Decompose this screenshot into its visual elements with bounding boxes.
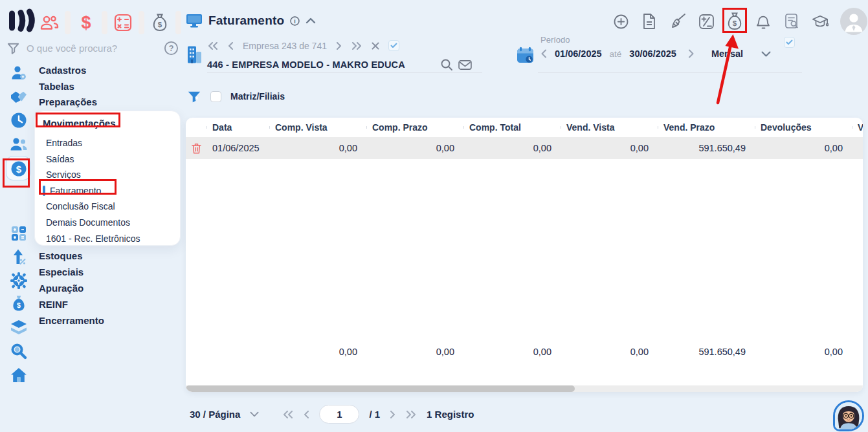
column-header-comp-vista[interactable]: Comp. Vista — [269, 122, 366, 133]
column-header-devolucoes[interactable]: Devoluções — [755, 122, 852, 133]
first-page-icon[interactable] — [282, 411, 293, 418]
people-group-icon[interactable] — [9, 135, 28, 154]
column-header-comp-total[interactable]: Comp. Total — [463, 122, 561, 133]
scrollbar-thumb[interactable] — [186, 385, 575, 392]
sidebar-item-reinf[interactable]: REINF — [39, 296, 104, 312]
submenu-item-demais-documentos[interactable]: Demais Documentos — [43, 215, 180, 231]
prev-page-icon[interactable] — [303, 411, 309, 418]
calculator-icon[interactable] — [110, 10, 136, 36]
period-mode-chevron-down-icon[interactable] — [761, 51, 771, 57]
submenu-item-faturamento[interactable]: Faturamento — [43, 183, 180, 199]
graduation-cap-icon[interactable] — [812, 12, 829, 31]
column-header-comp-prazo[interactable]: Comp. Prazo — [366, 122, 463, 133]
column-header-data[interactable]: Data — [206, 122, 269, 133]
submenu-item-label: Faturamento — [50, 183, 101, 199]
trend-up-icon[interactable] — [9, 247, 28, 266]
last-company-icon[interactable] — [351, 42, 362, 50]
submenu-item-saidas[interactable]: Saídas — [43, 151, 180, 167]
document-search-icon[interactable] — [783, 12, 800, 31]
submenu-item-servicos[interactable]: Serviços — [43, 167, 180, 183]
total-comp-prazo: 0,00 — [366, 347, 463, 357]
search-input[interactable] — [27, 43, 157, 54]
sidebar-item-cadastros[interactable]: Cadastros — [39, 63, 97, 79]
total-vend-prazo: 591.650,49 — [658, 347, 755, 357]
prev-period-icon[interactable] — [540, 49, 547, 58]
home-icon[interactable] — [9, 365, 28, 385]
divider — [207, 72, 482, 73]
annotation-arrow — [709, 32, 743, 107]
submenu-item-conclusao-fiscal[interactable]: Conclusão Fiscal — [43, 199, 180, 215]
period-end-date[interactable]: 30/06/2025 — [629, 49, 676, 59]
app-logo — [8, 8, 36, 33]
sidebar-menu: Cadastros Tabelas Preparações — [39, 63, 97, 111]
period-filter-checkbox[interactable] — [784, 37, 795, 48]
handshake-icon[interactable] — [9, 87, 28, 107]
user-avatar[interactable] — [840, 8, 867, 35]
page-size-select[interactable]: 30 / Página — [190, 409, 240, 420]
dollar-circle-icon[interactable]: $ — [9, 159, 28, 178]
divider — [102, 11, 107, 34]
submenu-item-1601-rec-eletronicos[interactable]: 1601 - Rec. Eletrônicos — [43, 231, 180, 247]
assistant-avatar[interactable] — [833, 400, 864, 431]
column-header-vend-total[interactable]: Vend. Total — [852, 122, 863, 133]
pagination-bar: 30 / Página / 1 1 Registro — [190, 405, 474, 424]
column-header-vend-vista[interactable]: Vend. Vista — [561, 122, 658, 133]
total-comp-vista: 0,00 — [269, 347, 366, 357]
money-bag-blue-icon[interactable]: $ — [9, 294, 28, 314]
clear-company-icon[interactable] — [372, 42, 379, 50]
document-icon[interactable] — [641, 12, 658, 31]
info-icon[interactable]: i — [290, 16, 300, 26]
building-icon — [186, 45, 203, 64]
submenu-item-entradas[interactable]: Entradas — [43, 135, 180, 151]
filter-funnel-icon[interactable] — [187, 89, 201, 103]
period-start-date[interactable]: 01/06/2025 — [555, 49, 602, 59]
sidebar-item-especiais[interactable]: Especiais — [39, 264, 104, 280]
first-company-icon[interactable] — [207, 42, 218, 50]
totals-row: 0,00 0,00 0,00 0,00 591.650,49 0,00 — [186, 347, 863, 357]
broom-icon[interactable] — [669, 12, 686, 31]
total-comp-total: 0,00 — [463, 347, 561, 357]
sidebar-item-encerramento[interactable]: Encerramento — [39, 312, 104, 329]
money-bag-icon[interactable]: $ — [147, 10, 173, 36]
people-icon[interactable] — [36, 10, 62, 36]
calculator-blue-icon[interactable] — [9, 224, 28, 243]
next-period-icon[interactable] — [688, 49, 695, 58]
company-nav-label: Empresa 243 de 741 — [243, 41, 327, 51]
divider — [538, 72, 802, 73]
prev-company-icon[interactable] — [227, 42, 234, 50]
matriz-filiais-checkbox[interactable] — [210, 91, 221, 102]
sidebar-item-estoques[interactable]: Estoques — [39, 248, 104, 264]
help-icon[interactable]: ? — [164, 41, 179, 56]
record-count-label: 1 Registro — [427, 409, 474, 420]
page-size-chevron-down-icon[interactable] — [250, 411, 259, 417]
column-header-vend-prazo[interactable]: Vend. Prazo — [658, 122, 755, 133]
horizontal-scrollbar[interactable] — [186, 385, 863, 392]
sidebar-item-apuracao[interactable]: Apuração — [39, 280, 104, 296]
company-filter-checkbox[interactable] — [388, 40, 399, 51]
mail-icon[interactable] — [456, 55, 474, 74]
person-gear-icon[interactable] — [9, 63, 28, 83]
dollar-icon[interactable]: $ — [73, 10, 99, 36]
next-page-icon[interactable] — [390, 411, 396, 418]
magnifier-blue-icon[interactable] — [9, 341, 28, 361]
last-page-icon[interactable] — [406, 411, 417, 418]
page-number-input[interactable] — [319, 405, 359, 424]
sidebar-item-tabelas[interactable]: Tabelas — [39, 79, 97, 95]
money-bag-icon[interactable]: $ — [726, 12, 743, 31]
add-icon[interactable] — [612, 12, 629, 31]
clock-icon[interactable] — [9, 111, 28, 130]
sidebar-item-preparacoes[interactable]: Preparações — [39, 94, 97, 111]
sidebar-item-movimentacoes[interactable]: Movimentações — [43, 116, 180, 131]
gear-target-icon[interactable] — [9, 271, 28, 290]
faturamento-table-card: Data Comp. Vista Comp. Prazo Comp. Total… — [186, 118, 863, 392]
search-company-icon[interactable] — [438, 55, 456, 74]
svg-text:i: i — [295, 18, 296, 25]
plus-minus-icon[interactable] — [698, 12, 715, 31]
bell-icon[interactable] — [755, 12, 772, 31]
period-mode-select[interactable]: Mensal — [711, 49, 743, 59]
layers-icon[interactable] — [9, 318, 28, 337]
table-row[interactable]: 01/06/2025 0,00 0,00 0,00 0,00 591.650,4… — [186, 137, 863, 159]
collapse-chevron-up-icon[interactable] — [306, 17, 316, 24]
next-company-icon[interactable] — [336, 42, 342, 50]
delete-row-button[interactable] — [186, 143, 206, 154]
